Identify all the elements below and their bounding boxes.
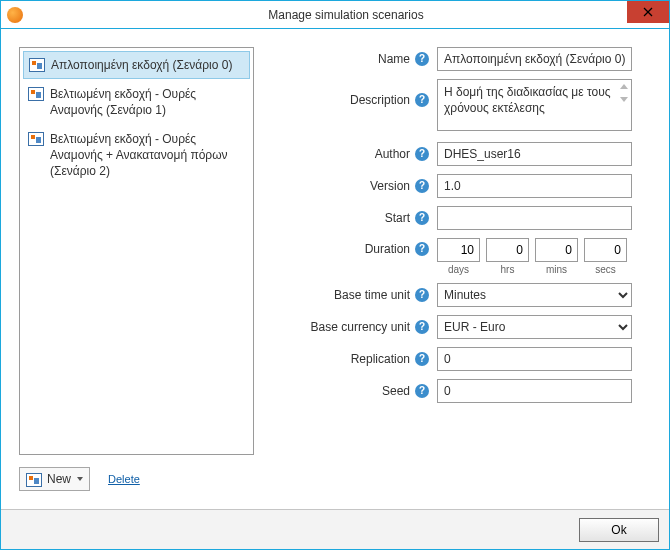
scenario-icon (28, 87, 44, 101)
help-icon[interactable]: ? (415, 288, 429, 302)
help-icon[interactable]: ? (415, 242, 429, 256)
scenario-label: Βελτιωμένη εκδοχή - Ουρές Αναμονής (Σενά… (50, 86, 245, 118)
scenario-panel: Απλοποιημένη εκδοχή (Σενάριο 0) Βελτιωμέ… (19, 47, 254, 491)
duration-secs-unit: secs (584, 264, 627, 275)
close-button[interactable] (627, 1, 669, 23)
version-label: Version (370, 179, 410, 193)
help-icon[interactable]: ? (415, 179, 429, 193)
scenario-icon (29, 58, 45, 72)
scenario-icon (28, 132, 44, 146)
replication-label: Replication (351, 352, 410, 366)
duration-label: Duration (365, 242, 410, 256)
start-label: Start (385, 211, 410, 225)
author-label: Author (375, 147, 410, 161)
version-input[interactable] (437, 174, 632, 198)
scenario-label: Βελτιωμένη εκδοχή - Ουρές Αναμονής + Ανα… (50, 131, 245, 180)
base-time-unit-select[interactable]: Minutes (437, 283, 632, 307)
scenario-item-1[interactable]: Βελτιωμένη εκδοχή - Ουρές Αναμονής (Σενά… (22, 80, 251, 124)
help-icon[interactable]: ? (415, 211, 429, 225)
base-time-unit-label: Base time unit (334, 288, 410, 302)
dropdown-caret-icon (77, 477, 83, 481)
duration-days-input[interactable] (437, 238, 480, 262)
footer-bar: Ok (1, 509, 669, 549)
scenario-new-icon (26, 473, 42, 487)
name-input[interactable] (437, 47, 632, 71)
seed-input[interactable] (437, 379, 632, 403)
app-icon (7, 7, 23, 23)
help-icon[interactable]: ? (415, 320, 429, 334)
name-label: Name (378, 52, 410, 66)
author-input[interactable] (437, 142, 632, 166)
base-currency-unit-select[interactable]: EUR - Euro (437, 315, 632, 339)
new-scenario-button[interactable]: New (19, 467, 90, 491)
delete-scenario-link[interactable]: Delete (108, 473, 140, 485)
help-icon[interactable]: ? (415, 93, 429, 107)
dialog-body: Απλοποιημένη εκδοχή (Σενάριο 0) Βελτιωμέ… (1, 29, 669, 509)
window-title: Manage simulation scenarios (23, 8, 669, 22)
help-icon[interactable]: ? (415, 147, 429, 161)
duration-mins-unit: mins (535, 264, 578, 275)
scenario-item-0[interactable]: Απλοποιημένη εκδοχή (Σενάριο 0) (23, 51, 250, 79)
list-actions: New Delete (19, 467, 254, 491)
help-icon[interactable]: ? (415, 52, 429, 66)
form-panel: Name ? Description ? (274, 47, 651, 491)
titlebar: Manage simulation scenarios (1, 1, 669, 29)
description-textarea[interactable] (437, 79, 632, 131)
close-icon (642, 6, 654, 18)
new-label: New (47, 472, 71, 486)
dialog-window: Manage simulation scenarios Απλοποιημένη… (0, 0, 670, 550)
duration-hrs-unit: hrs (486, 264, 529, 275)
ok-button[interactable]: Ok (579, 518, 659, 542)
help-icon[interactable]: ? (415, 384, 429, 398)
help-icon[interactable]: ? (415, 352, 429, 366)
duration-days-unit: days (437, 264, 480, 275)
scenario-list[interactable]: Απλοποιημένη εκδοχή (Σενάριο 0) Βελτιωμέ… (19, 47, 254, 455)
description-label: Description (350, 93, 410, 107)
start-input[interactable] (437, 206, 632, 230)
seed-label: Seed (382, 384, 410, 398)
scenario-label: Απλοποιημένη εκδοχή (Σενάριο 0) (51, 57, 232, 73)
replication-input[interactable] (437, 347, 632, 371)
textarea-scroll[interactable] (618, 84, 630, 102)
duration-hrs-input[interactable] (486, 238, 529, 262)
duration-secs-input[interactable] (584, 238, 627, 262)
duration-mins-input[interactable] (535, 238, 578, 262)
base-currency-unit-label: Base currency unit (311, 320, 410, 334)
scenario-item-2[interactable]: Βελτιωμένη εκδοχή - Ουρές Αναμονής + Ανα… (22, 125, 251, 186)
scroll-down-icon (620, 97, 628, 102)
scroll-up-icon (620, 84, 628, 89)
